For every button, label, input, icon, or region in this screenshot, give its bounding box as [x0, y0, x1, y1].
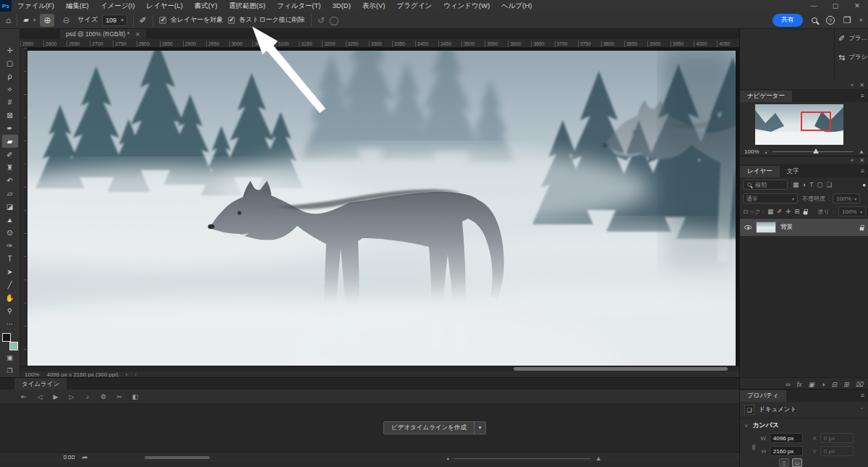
navigator-thumbnail[interactable]	[755, 104, 843, 145]
filter-type-layers-icon[interactable]: T	[809, 181, 813, 188]
close-button[interactable]: ✕	[846, 0, 868, 12]
create-video-timeline-dropdown[interactable]: ▾	[475, 421, 486, 434]
navigator-zoom-slider-thumb[interactable]	[813, 148, 819, 153]
size-decrease-button[interactable]: ⊖	[59, 14, 73, 27]
sample-all-layers-checkbox[interactable]	[159, 17, 166, 24]
fill-dropdown[interactable]: 100% ▾	[838, 206, 866, 216]
brushes-panel-button[interactable]: ⇆ ブラシ	[835, 48, 868, 67]
play-button[interactable]: ▶	[49, 393, 62, 400]
filter-adjustment-layers-icon[interactable]: ◑	[802, 181, 806, 188]
timeline-tab[interactable]: タイムライン	[14, 378, 67, 390]
navigator-zoom-slider[interactable]	[773, 151, 853, 152]
close-panel-icon[interactable]: ✕	[859, 157, 864, 164]
panel-menu-icon[interactable]: ≡	[861, 92, 864, 99]
path-selection-tool-icon[interactable]: ➤	[2, 265, 18, 278]
layer-row-background[interactable]: 背景	[740, 219, 868, 236]
close-panel-icon[interactable]: ✕	[859, 82, 864, 88]
previous-frame-button[interactable]: ◁	[33, 393, 46, 400]
menu-item[interactable]: ウィンドウ(W)	[438, 0, 495, 12]
workspace-icon[interactable]: ❐	[843, 16, 851, 25]
move-tool-icon[interactable]: ✛	[2, 43, 18, 56]
screen-mode-icon[interactable]: ❐	[2, 365, 18, 376]
scrollbar-thumb[interactable]	[514, 367, 728, 371]
commit-icon[interactable]: ◯	[329, 16, 339, 25]
collapse-panel-icon[interactable]: «	[851, 157, 854, 164]
clone-stamp-tool-icon[interactable]: ♜	[2, 161, 18, 174]
first-frame-button[interactable]: ⇤	[17, 393, 30, 400]
transition-button[interactable]: ◧	[129, 393, 142, 400]
timeline-scrollbar-thumb[interactable]	[145, 456, 210, 459]
menu-item[interactable]: ヘルプ(H)	[495, 0, 537, 12]
filter-smart-objects-icon[interactable]: ❏	[826, 181, 832, 188]
sampling-brush-icon[interactable]: ✐	[140, 16, 147, 25]
split-clip-button[interactable]: ✂	[113, 393, 126, 400]
layer-lock-icon[interactable]	[860, 227, 864, 231]
lock-artboard-icon[interactable]: ⊞	[794, 208, 799, 215]
layer-thumbnail[interactable]	[756, 222, 776, 233]
timeline-settings-button[interactable]: ⚙	[97, 393, 110, 400]
zoom-in-mountain-icon[interactable]: ▲	[595, 455, 602, 462]
layer-filter-dropdown[interactable]: 種類	[743, 180, 788, 190]
layer-visibility-eye-icon[interactable]	[744, 225, 752, 230]
delete-after-stroke-checkbox[interactable]	[228, 17, 235, 24]
zoom-out-mountain-icon[interactable]: ▴	[765, 149, 767, 154]
horizontal-scrollbar[interactable]	[20, 366, 739, 371]
lock-position-icon[interactable]: ✛	[786, 208, 791, 215]
foreground-color-swatch[interactable]	[2, 333, 11, 342]
brush-tool-icon[interactable]: ✐	[2, 148, 18, 161]
quick-mask-icon[interactable]: ▣	[2, 352, 18, 363]
canvas-image[interactable]	[27, 51, 736, 366]
type-tool-icon[interactable]: T	[2, 252, 18, 265]
canvas-section-header[interactable]: ∨ カンバス	[740, 418, 868, 432]
layer-effects-button[interactable]: fx	[797, 381, 802, 388]
menu-item[interactable]: イメージ(I)	[95, 0, 141, 12]
tab-navigator[interactable]: ナビゲーター	[740, 91, 792, 102]
lock-all-icon[interactable]	[804, 211, 808, 215]
new-layer-button[interactable]: ⊞	[843, 381, 849, 388]
opacity-dropdown[interactable]: 100% ▾	[833, 193, 860, 203]
portrait-orientation-button[interactable]: ▯	[779, 458, 789, 467]
zoom-tool-icon[interactable]: ⚲	[2, 304, 18, 317]
marquee-tool-icon[interactable]: ▢	[2, 56, 18, 70]
menu-item[interactable]: レイヤー(L)	[140, 0, 188, 12]
object-selection-tool-icon[interactable]: ✧	[2, 83, 18, 96]
tab-layers[interactable]: レイヤー	[740, 166, 780, 177]
render-video-icon[interactable]	[64, 455, 75, 459]
height-field[interactable]: 2160 px	[770, 446, 803, 456]
menu-item[interactable]: 編集(E)	[60, 0, 95, 12]
gradient-tool-icon[interactable]: ◪	[2, 200, 18, 213]
size-dropdown[interactable]: 109 ▾	[102, 14, 127, 26]
lasso-tool-icon[interactable]: ρ	[2, 70, 18, 83]
menu-item[interactable]: 表示(V)	[357, 0, 391, 12]
next-frame-button[interactable]: ▷	[65, 393, 78, 400]
tool-preset-dropdown-icon[interactable]: ▾	[33, 16, 36, 25]
menu-item[interactable]: 3D(D)	[327, 0, 357, 12]
mute-audio-button[interactable]: ♪	[81, 393, 94, 400]
link-dimensions-icon[interactable]: ∞	[741, 445, 759, 450]
help-icon[interactable]: ?	[826, 16, 835, 25]
background-color-swatch[interactable]	[9, 342, 18, 350]
adjustment-layer-button[interactable]: ◑	[821, 381, 825, 388]
landscape-orientation-button[interactable]: ▭	[792, 458, 802, 467]
menu-item[interactable]: フィルター(T)	[271, 0, 327, 12]
sharpen-tool-icon[interactable]: ▲	[2, 213, 18, 226]
undo-stroke-icon[interactable]: ↺	[318, 16, 325, 25]
filter-pixel-layers-icon[interactable]: ▦	[793, 181, 799, 188]
document-tab-close-icon[interactable]: ✕	[135, 31, 140, 38]
export-arrow-icon[interactable]: ➦	[82, 453, 88, 461]
home-icon[interactable]: ⌂	[6, 16, 11, 25]
line-tool-icon[interactable]: ╱	[2, 278, 18, 291]
tab-properties[interactable]: プロパティ	[740, 390, 786, 402]
navigator-zoom-value[interactable]: 100%	[744, 148, 759, 155]
zoom-out-mountain-icon[interactable]: ▴	[447, 455, 450, 461]
hand-tool-icon[interactable]: ✋	[2, 291, 18, 304]
new-group-button[interactable]: ⊟	[832, 381, 838, 388]
panel-menu-icon[interactable]: ≡	[861, 392, 864, 399]
create-video-timeline-button[interactable]: ビデオタイムラインを作成	[383, 421, 475, 434]
collapse-panel-icon[interactable]: «	[851, 82, 854, 88]
tool-preset-icon[interactable]: ▰	[23, 16, 29, 25]
document-tab[interactable]: psd @ 100% (RGB/8) * ✕	[60, 29, 146, 39]
add-layer-mask-button[interactable]: ▣	[809, 381, 815, 388]
frame-tool-icon[interactable]: ⊠	[2, 109, 18, 122]
blend-mode-dropdown[interactable]: 通常 ▾	[743, 193, 798, 203]
